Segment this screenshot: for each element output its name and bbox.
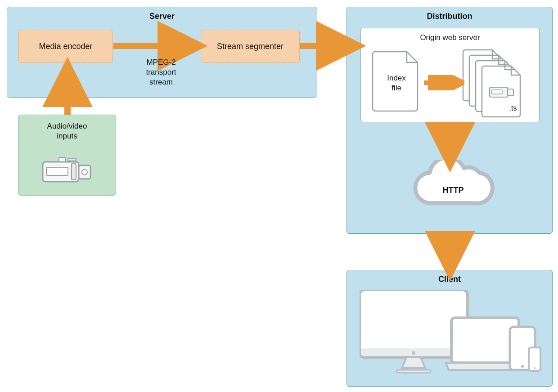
index-to-ts-arrow — [421, 75, 464, 90]
ts-files-icon — [462, 48, 534, 119]
svg-rect-6 — [68, 158, 76, 161]
svg-point-4 — [82, 169, 87, 175]
camera-icon — [41, 156, 94, 187]
svg-point-20 — [534, 367, 536, 369]
av-inputs-panel: Audio/video inputs — [18, 115, 116, 196]
svg-point-14 — [412, 351, 415, 355]
svg-rect-8 — [491, 90, 502, 94]
svg-rect-2 — [72, 164, 76, 180]
distribution-panel: Distribution Origin web server Index fil… — [346, 7, 553, 234]
stream-segmenter-box: Stream segmenter — [201, 30, 300, 63]
distribution-title: Distribution — [427, 12, 472, 21]
svg-rect-5 — [59, 157, 65, 162]
svg-rect-9 — [508, 89, 513, 96]
stream-segmenter-label: Stream segmenter — [217, 42, 284, 51]
av-inputs-label: Audio/video inputs — [18, 121, 116, 141]
client-title: Client — [438, 275, 461, 284]
svg-point-18 — [521, 365, 524, 368]
origin-label: Origin web server — [361, 33, 539, 43]
mpeg2-label: MPEG-2 transport stream — [134, 58, 188, 87]
server-title: Server — [149, 12, 175, 21]
media-encoder-box: Media encoder — [18, 30, 113, 63]
client-devices-icon — [360, 290, 541, 383]
svg-rect-1 — [46, 167, 68, 175]
ts-ext-label: .ts — [504, 104, 522, 113]
origin-web-server-box: Origin web server Index file — [360, 28, 540, 122]
index-file-label: Index file — [376, 73, 417, 93]
svg-rect-15 — [396, 370, 431, 373]
client-panel: Client — [346, 270, 553, 387]
media-encoder-label: Media encoder — [39, 42, 92, 51]
http-label: HTTP — [431, 185, 476, 196]
